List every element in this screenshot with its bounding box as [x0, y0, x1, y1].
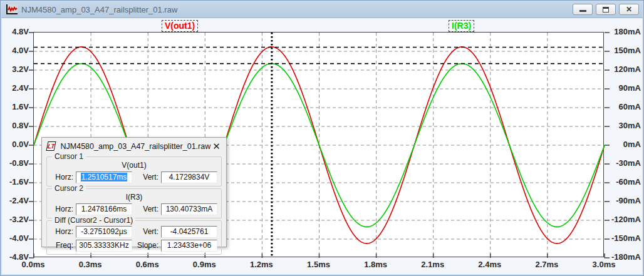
axis-tick-label: 120mA — [614, 64, 641, 74]
left-axis: 4.8V4.0V3.2V2.4V1.6V0.8V0.0V-0.8V-1.6V-2… — [3, 18, 30, 273]
cursor1-horz-value: 1.2510517ms — [81, 173, 128, 181]
axis-tick-label: -2.4V — [9, 196, 29, 205]
cursor2-legend: Cursor 2 — [52, 184, 86, 193]
cursor-dialog-title: NJM4580_amp_03_A47_railsplitter_01.raw — [60, 142, 210, 151]
axis-tick-label: -150mA — [611, 233, 641, 243]
diff-freq-label: Freq: — [51, 241, 73, 250]
axis-tick-label: 90mA — [619, 83, 641, 93]
axis-tick-label: 30mA — [619, 121, 641, 130]
diff-horz-value: -3.2751092µs — [81, 227, 127, 236]
minimize-icon — [579, 10, 586, 12]
axis-tick-label: 150mA — [614, 46, 641, 55]
axis-tick-label: -3.2V — [9, 215, 29, 224]
axis-tick-label: -90mA — [616, 196, 641, 205]
axis-tick-label: 4.8V — [12, 27, 29, 36]
axis-tick-label: 60mA — [619, 102, 641, 111]
axis-tick-label: 0mA — [623, 140, 641, 149]
cursor-dialog: LT NJM4580_amp_03_A47_railsplitter_01.ra… — [41, 137, 227, 247]
axis-tick-label: 2.4V — [12, 83, 29, 93]
cursor1-horz-field[interactable]: 1.2510517ms — [76, 171, 132, 183]
axis-tick-label: 4.0V — [12, 46, 29, 55]
axis-tick-label: 1.8ms — [354, 260, 398, 269]
ltspice-logo-icon: LT — [46, 141, 56, 151]
cursor1-legend: Cursor 1 — [52, 152, 86, 161]
axis-tick-label: 1.5ms — [297, 260, 341, 269]
diff-vert-value: -4.0425761 — [170, 227, 209, 236]
diff-slope-value: 1.23433e+06 — [167, 241, 211, 250]
axis-tick-label: -30mA — [616, 158, 641, 168]
axis-tick-label: 0.0V — [12, 140, 29, 149]
cursor1-vert-field[interactable]: 4.1729834V — [161, 171, 217, 183]
cursor1-vert-value: 4.1729834V — [169, 173, 210, 181]
trace-label-ir3[interactable]: I(R3) — [449, 20, 474, 32]
axis-tick-label: 2.1ms — [411, 260, 455, 269]
waveform-pane: V(out1) I(R3) 4.8V4.0V3.2V2.4V1.6V0.8V0.… — [3, 18, 641, 273]
axis-tick-label: 1.2ms — [239, 260, 283, 269]
right-axis: 180mA150mA120mA90mA60mA30mA0mA-30mA-60mA… — [607, 18, 642, 273]
axis-tick-label: -0.8V — [9, 158, 29, 168]
diff-horz-label: Horz: — [51, 227, 73, 236]
cursor2-vert-field[interactable]: 130.40733mA — [161, 203, 217, 215]
diff-legend: Diff (Cursor2 - Cursor1) — [52, 216, 135, 225]
cursor1-group: Cursor 1 V(out1) Horz: 1.2510517ms Vert:… — [46, 156, 222, 187]
axis-tick-label: 0.0ms — [11, 260, 55, 269]
cursor1-trace-name: V(out1) — [49, 161, 219, 170]
axis-tick-label: 2.4ms — [468, 260, 512, 269]
axis-tick-label: -120mA — [611, 215, 641, 224]
cursor2-horz-field[interactable]: 1.2478166ms — [76, 203, 132, 215]
axis-tick-label: 0.8V — [12, 121, 29, 130]
cursor2-group: Cursor 2 I(R3) Horz: 1.2478166ms Vert: 1… — [46, 188, 222, 218]
diff-horz-field[interactable]: -3.2751092µs — [76, 226, 132, 238]
dialog-close-icon[interactable]: ✕ — [210, 141, 222, 152]
diff-freq-field[interactable]: 305.33333KHz — [76, 240, 132, 252]
axis-tick-label: 3.2V — [12, 64, 29, 74]
diff-vert-field[interactable]: -4.0425761 — [161, 226, 217, 238]
close-icon: ✕ — [626, 6, 632, 13]
cursor2-vert-value: 130.40733mA — [166, 205, 213, 213]
close-button[interactable]: ✕ — [619, 4, 639, 15]
restore-icon — [603, 7, 609, 13]
cursor1-horz-label: Horz: — [51, 173, 73, 181]
axis-tick-label: 0.9ms — [182, 260, 226, 269]
diff-freq-value: 305.33333KHz — [79, 241, 128, 250]
window-title: NJM4580_amp_03_A47_railsplitter_01.raw — [21, 5, 573, 14]
diff-group: Diff (Cursor2 - Cursor1) Horz: -3.275109… — [46, 220, 222, 255]
cursor2-vert-label: Vert: — [135, 205, 158, 213]
axis-tick-label: 0.6ms — [125, 260, 169, 269]
cursor1-vert-label: Vert: — [135, 173, 158, 181]
axis-tick-label: -60mA — [616, 177, 641, 187]
cursor2-horz-value: 1.2478166ms — [81, 205, 127, 213]
axis-tick-label: 1.6V — [12, 102, 29, 111]
diff-vert-label: Vert: — [135, 227, 158, 236]
waveform-viewer-window: NJM4580_amp_03_A47_railsplitter_01.raw ✕… — [0, 0, 644, 276]
diff-slope-field[interactable]: 1.23433e+06 — [161, 240, 217, 252]
bottom-axis: 0.0ms0.3ms0.6ms0.9ms1.2ms1.5ms1.8ms2.1ms… — [3, 258, 641, 271]
axis-tick-label: -4.0V — [9, 233, 29, 243]
restore-button[interactable] — [596, 4, 616, 15]
axis-tick-label: 0.3ms — [68, 260, 112, 269]
axis-tick-label: 3.0ms — [582, 260, 626, 269]
trace-label-vout1[interactable]: V(out1) — [162, 20, 198, 32]
cursor2-horz-label: Horz: — [51, 205, 73, 213]
axis-tick-label: -1.6V — [9, 177, 29, 187]
minimize-button[interactable] — [573, 4, 593, 15]
axis-tick-label: 180mA — [614, 27, 641, 36]
window-titlebar[interactable]: NJM4580_amp_03_A47_railsplitter_01.raw ✕ — [1, 1, 643, 18]
waveform-app-icon — [6, 4, 18, 14]
axis-tick-label: 2.7ms — [525, 260, 569, 269]
diff-slope-label: Slope: — [135, 241, 158, 250]
cursor2-trace-name: I(R3) — [49, 193, 219, 202]
